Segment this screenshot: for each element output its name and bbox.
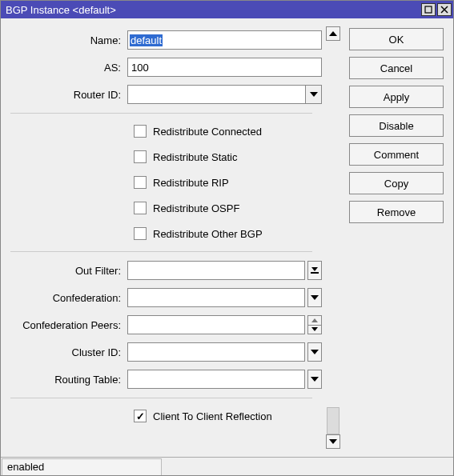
arrow-down-to-line-icon [311, 267, 319, 274]
row-redistribute-other-bgp: Redistribute Other BGP [1, 221, 322, 246]
form-scrollbar [325, 26, 341, 449]
scroll-up-button[interactable] [326, 26, 340, 41]
client-to-client-reflection-label: Client To Client Reflection [153, 410, 272, 422]
redistribute-rip-label: Redistribute RIP [153, 177, 229, 189]
router-id-dropdown-button[interactable] [305, 86, 321, 103]
routing-table-input[interactable] [128, 370, 304, 388]
confederation-peers-input[interactable] [128, 316, 304, 334]
statusbar: enabled [1, 457, 453, 476]
router-id-combo[interactable] [127, 85, 322, 104]
row-redistribute-connected: Redistribute Connected [1, 118, 322, 144]
chevron-down-icon [311, 377, 319, 382]
row-out-filter: Out Filter: [1, 257, 322, 284]
redistribute-connected-label: Redistribute Connected [153, 126, 262, 138]
router-id-input[interactable] [128, 86, 305, 103]
out-filter-label: Out Filter: [1, 265, 127, 277]
name-label: Name: [1, 34, 127, 46]
redistribute-ospf-checkbox[interactable] [134, 202, 147, 214]
divider [10, 113, 312, 114]
cluster-id-combo[interactable] [127, 342, 305, 362]
scroll-down-button[interactable] [326, 434, 340, 449]
name-input[interactable]: default [130, 34, 163, 46]
form-panel: Name: default AS: Router ID: [1, 18, 341, 457]
disable-button[interactable]: Disable [349, 114, 444, 137]
confederation-peers-combo[interactable] [127, 315, 305, 334]
redistribute-ospf-label: Redistribute OSPF [153, 202, 239, 214]
copy-button[interactable]: Copy [349, 172, 444, 194]
router-id-label: Router ID: [1, 89, 127, 101]
window-title: BGP Instance <default> [6, 4, 420, 16]
as-label: AS: [1, 62, 127, 74]
scroll-track[interactable] [326, 41, 340, 434]
titlebar[interactable]: BGP Instance <default> [1, 1, 453, 18]
row-cluster-id: Cluster ID: [1, 338, 322, 366]
confederation-input[interactable] [128, 289, 304, 306]
chevron-down-icon [311, 327, 318, 331]
confederation-peers-label: Confederation Peers: [1, 319, 127, 331]
routing-table-label: Routing Table: [1, 374, 127, 386]
svg-rect-0 [425, 6, 432, 13]
client-to-client-reflection-checkbox[interactable] [134, 410, 147, 422]
scroll-thumb[interactable] [327, 407, 339, 434]
row-routing-table: Routing Table: [1, 366, 322, 393]
cluster-id-label: Cluster ID: [1, 346, 127, 358]
content-area: Name: default AS: Router ID: [1, 18, 453, 457]
row-confederation: Confederation: [1, 284, 322, 311]
confederation-peers-up-button[interactable] [307, 315, 322, 326]
redistribute-rip-checkbox[interactable] [134, 176, 147, 189]
chevron-up-icon [329, 31, 337, 36]
row-client-reflection: Client To Client Reflection [1, 403, 322, 429]
row-redistribute-ospf: Redistribute OSPF [1, 195, 322, 221]
redistribute-other-bgp-checkbox[interactable] [134, 227, 147, 240]
status-text: enabled [2, 458, 162, 476]
as-input[interactable] [127, 58, 322, 77]
row-name: Name: default [1, 26, 322, 54]
comment-button[interactable]: Comment [349, 143, 444, 166]
cluster-id-input[interactable] [128, 343, 304, 361]
chevron-down-icon [329, 439, 337, 444]
redistribute-connected-checkbox[interactable] [134, 125, 147, 138]
confederation-peers-spinner [307, 315, 322, 334]
chevron-up-icon [311, 318, 318, 322]
confederation-label: Confederation: [1, 292, 127, 304]
chevron-down-icon [310, 92, 318, 97]
confederation-peers-down-button[interactable] [307, 326, 322, 335]
redistribute-static-label: Redistribute Static [153, 151, 238, 163]
chevron-down-icon [311, 350, 319, 354]
remove-button[interactable]: Remove [349, 201, 444, 223]
row-redistribute-static: Redistribute Static [1, 144, 322, 170]
minimize-button[interactable] [421, 3, 436, 16]
row-confederation-peers: Confederation Peers: [1, 311, 322, 338]
row-redistribute-rip: Redistribute RIP [1, 170, 322, 195]
routing-table-expand-button[interactable] [307, 370, 322, 389]
divider [10, 398, 312, 398]
chevron-down-icon [311, 295, 319, 300]
row-as: AS: [1, 54, 322, 81]
out-filter-input[interactable] [128, 262, 304, 279]
out-filter-add-button[interactable] [307, 261, 322, 280]
cluster-id-expand-button[interactable] [307, 342, 322, 362]
routing-table-combo[interactable] [127, 370, 305, 389]
confederation-expand-button[interactable] [307, 288, 322, 307]
row-router-id: Router ID: [1, 81, 322, 108]
divider [10, 251, 312, 252]
buttons-panel: OK Cancel Apply Disable Comment Copy Rem… [341, 18, 453, 457]
confederation-combo[interactable] [127, 288, 305, 307]
out-filter-combo[interactable] [127, 261, 305, 280]
redistribute-static-checkbox[interactable] [134, 150, 147, 163]
cancel-button[interactable]: Cancel [349, 57, 444, 79]
ok-button[interactable]: OK [349, 28, 444, 50]
redistribute-other-bgp-label: Redistribute Other BGP [153, 228, 263, 240]
close-button[interactable] [437, 3, 452, 16]
apply-button[interactable]: Apply [349, 86, 444, 108]
